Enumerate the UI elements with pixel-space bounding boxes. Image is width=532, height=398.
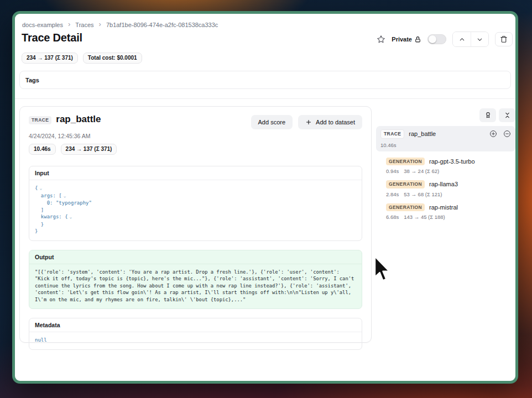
breadcrumb: docs-examples › Traces › 7b1af1be-8096-4… <box>22 20 218 29</box>
header-actions: Private <box>377 32 513 47</box>
json-line: { <box>35 185 38 191</box>
previous-trace-button[interactable] <box>453 32 471 46</box>
scores-toggle-button[interactable] <box>479 108 496 122</box>
add-to-dataset-button[interactable]: Add to dataset <box>298 115 362 129</box>
output-label: Output <box>29 250 362 264</box>
latency-badge: 10.46s <box>29 144 56 155</box>
generation-name: rap-gpt-3.5-turbo <box>429 158 475 165</box>
json-line: } <box>35 222 44 227</box>
total-cost-badge: Total cost: $0.0001 <box>83 53 142 64</box>
trace-name: rap_battle <box>56 114 101 125</box>
metadata-label: Metadata <box>29 318 362 332</box>
output-text: "[{'role': 'system', 'content': 'You are… <box>29 264 362 309</box>
tree-trace-name: rap_battle <box>409 130 436 137</box>
tags-label: Tags <box>25 77 39 83</box>
input-label: Input <box>29 166 362 180</box>
generation-badge: GENERATION <box>386 203 425 212</box>
json-line: args: [ <box>35 193 62 198</box>
metadata-value: null <box>29 332 362 349</box>
tree-trace-badge: TRACE <box>380 129 404 139</box>
trace-type-badge: TRACE <box>29 116 51 124</box>
add-score-label: Add score <box>258 119 286 125</box>
collapse-caret-icon[interactable]: ⌄ <box>70 214 72 219</box>
generation-tokens: 143 → 45 (Σ 188) <box>404 214 445 220</box>
tree-node-trace[interactable]: TRACE rap_battle <box>376 126 515 151</box>
trace-nav-button-group <box>452 32 489 47</box>
generation-name: rap-llama3 <box>429 181 458 187</box>
trace-timestamp: 4/24/2024, 12:45:36 AM <box>29 133 362 139</box>
toggle-knob <box>429 35 436 43</box>
generation-latency: 6.68s <box>386 214 399 220</box>
delete-trace-button[interactable] <box>495 32 513 46</box>
tree-node-generation[interactable]: GENERATION rap-mistral 6.68s 143 → 45 (Σ… <box>386 203 515 221</box>
collapse-caret-icon[interactable]: ⌄ <box>39 186 42 191</box>
tokens-badge: 234 → 137 (Σ 371) <box>61 144 117 155</box>
breadcrumb-trace-id[interactable]: 7b1af1be-8096-474e-a2fc-081538ca333c <box>106 22 218 28</box>
generation-badge: GENERATION <box>386 180 425 188</box>
chevron-right-icon: › <box>99 20 101 29</box>
collapse-caret-icon[interactable]: ⌄ <box>64 193 66 198</box>
divider <box>15 98 515 99</box>
tags-section[interactable]: Tags <box>19 71 511 89</box>
public-toggle[interactable] <box>427 34 446 44</box>
star-icon[interactable] <box>377 35 385 44</box>
input-section: Input {⌄ args: [⌄ 0: "typography" ] kwar… <box>29 166 362 241</box>
lock-icon <box>414 36 421 43</box>
add-score-button[interactable]: Add score <box>251 115 293 129</box>
json-line: ] <box>35 207 44 213</box>
page-title: Trace Detail <box>22 32 82 44</box>
json-line: 0: "typography" <box>35 200 92 206</box>
add-to-dataset-label: Add to dataset <box>316 119 355 125</box>
breadcrumb-project[interactable]: docs-examples <box>22 22 63 28</box>
tree-node-generation[interactable]: GENERATION rap-gpt-3.5-turbo 0.94s 38 → … <box>386 158 515 175</box>
circle-plus-icon[interactable] <box>489 130 497 138</box>
trace-card: TRACE rap_battle Add score Ad <box>19 106 372 343</box>
breadcrumb-traces[interactable]: Traces <box>75 22 93 28</box>
generation-badge: GENERATION <box>386 158 425 166</box>
json-line: kwargs: { <box>35 214 68 219</box>
generation-latency: 2.84s <box>386 191 399 197</box>
circle-minus-icon[interactable] <box>503 130 511 138</box>
tree-node-generation[interactable]: GENERATION rap-llama3 2.84s 53 → 68 (Σ 1… <box>386 180 515 197</box>
tree-trace-latency: 10.46s <box>380 142 511 148</box>
observation-tree: TRACE rap_battle <box>376 108 515 220</box>
trace-tokens-badge: 234 → 137 (Σ 371) <box>22 53 78 64</box>
output-section: Output "[{'role': 'system', 'content': '… <box>29 250 362 310</box>
chevron-right-icon: › <box>68 20 70 29</box>
generation-tokens: 53 → 68 (Σ 121) <box>404 191 442 197</box>
collapse-all-button[interactable] <box>499 108 515 122</box>
privacy-label: Private <box>392 36 412 43</box>
privacy-label-group: Private <box>392 36 421 43</box>
generation-latency: 0.94s <box>386 168 399 174</box>
generation-name: rap-mistral <box>429 204 458 211</box>
next-trace-button[interactable] <box>471 32 488 46</box>
json-line: } <box>35 228 38 234</box>
plus-icon <box>305 119 312 125</box>
desktop-wallpaper: docs-examples › Traces › 7b1af1be-8096-4… <box>0 0 532 398</box>
trace-detail-window: docs-examples › Traces › 7b1af1be-8096-4… <box>12 11 518 384</box>
input-json: {⌄ args: [⌄ 0: "typography" ] kwargs: {⌄… <box>29 180 362 240</box>
generation-tokens: 38 → 24 (Σ 62) <box>404 168 439 174</box>
metadata-section: Metadata null <box>29 318 362 350</box>
